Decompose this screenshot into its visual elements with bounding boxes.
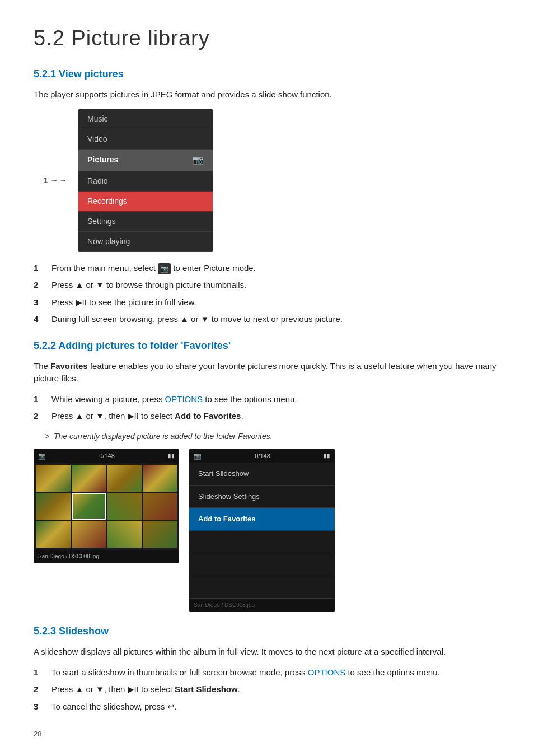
step-521-3: 3 Press ▶II to see the picture in full v…	[34, 296, 500, 309]
thumb-4	[143, 465, 177, 492]
options-menu-panel: Start Slideshow Slideshow Settings Add t…	[189, 463, 335, 599]
thumb-12	[143, 521, 177, 548]
thumb-5	[36, 493, 71, 520]
menu-option-add-favorites: Add to Favorites	[189, 508, 335, 531]
thumb-1	[36, 465, 71, 492]
thumb-11	[107, 521, 142, 548]
menu-option-slideshow-settings: Slideshow Settings	[189, 486, 335, 508]
step-523-3: 3 To cancel the slideshow, press ↩.	[34, 701, 500, 713]
screenshot-header-left: 📷 0/148 ▮▮	[34, 449, 179, 463]
section-521-intro: The player supports pictures in JPEG for…	[34, 88, 500, 101]
cam-icon-left: 📷	[38, 451, 46, 461]
menu-option-empty1	[189, 531, 335, 554]
screenshot-options-menu: 📷 0/148 ▮▮ Start Slideshow Slideshow Set…	[189, 449, 335, 612]
cam-icon-right: 📷	[194, 451, 202, 461]
section-523-steps: 1 To start a slideshow in thumbnails or …	[34, 666, 500, 713]
thumb-7	[107, 493, 142, 520]
counter-left: 0/148	[99, 451, 115, 461]
thumb-8	[143, 493, 177, 520]
section-523-intro: A slideshow displays all pictures within…	[34, 646, 500, 659]
menu-item-music: Music	[78, 109, 213, 129]
main-title: 5.2 Picture library	[34, 22, 500, 54]
thumb-6	[72, 493, 106, 520]
step-521-4: 4 During full screen browsing, press ▲ o…	[34, 313, 500, 326]
section-521-steps: 1 From the main menu, select 📷 to enter …	[34, 262, 500, 326]
step-522-2: 2 Press ▲ or ▼, then ▶II to select Add t…	[34, 410, 500, 423]
step-521-1: 1 From the main menu, select 📷 to enter …	[34, 262, 500, 275]
screenshot-header-right: 📷 0/148 ▮▮	[189, 449, 335, 463]
blockquote-note: > The currently displayed picture is add…	[45, 431, 500, 442]
main-menu-screenshot: Music Video Pictures 📷 Radio Recordings …	[78, 109, 213, 252]
thumb-3	[107, 465, 142, 492]
thumb-2	[72, 465, 106, 492]
step-523-2: 2 Press ▲ or ▼, then ▶II to select Start…	[34, 683, 500, 696]
thumb-9	[36, 521, 71, 548]
menu-item-settings: Settings	[78, 212, 213, 232]
menu-item-recordings: Recordings	[78, 192, 213, 212]
screenshot-footer-right: San Diego / DSC008.jpg	[189, 599, 335, 612]
section-521-heading: 5.2.1 View pictures	[34, 67, 500, 82]
step-522-1: 1 While viewing a picture, press OPTIONS…	[34, 393, 500, 406]
battery-left: ▮▮	[168, 451, 175, 460]
section-522-intro: The Favorites feature enables you to sha…	[34, 360, 500, 385]
screenshot-row: 📷 0/148 ▮▮ San Diego / DSC008.jpg 📷 0/14…	[34, 449, 500, 612]
section-522-heading: 5.2.2 Adding pictures to folder 'Favorit…	[34, 338, 500, 353]
section-523-heading: 5.2.3 Slideshow	[34, 624, 500, 639]
screenshot-footer-left: San Diego / DSC008.jpg	[34, 550, 179, 563]
battery-right: ▮▮	[324, 451, 330, 460]
page-number: 28	[34, 729, 41, 740]
thumb-grid	[34, 463, 179, 550]
step-523-1: 1 To start a slideshow in thumbnails or …	[34, 666, 500, 679]
counter-right: 0/148	[255, 451, 270, 461]
menu-option-empty2	[189, 553, 335, 576]
menu-item-radio: Radio	[78, 171, 213, 192]
menu-option-start-slideshow: Start Slideshow	[189, 463, 335, 486]
menu-item-now-playing: Now playing	[78, 232, 213, 252]
screenshot-thumbnails: 📷 0/148 ▮▮ San Diego / DSC008.jpg	[34, 449, 179, 563]
menu-label-1: 1 →	[44, 175, 67, 186]
menu-item-video: Video	[78, 129, 213, 150]
step-521-2: 2 Press ▲ or ▼ to browse through picture…	[34, 279, 500, 292]
section-522-steps: 1 While viewing a picture, press OPTIONS…	[34, 393, 500, 423]
menu-item-pictures: Pictures 📷	[78, 150, 213, 171]
thumb-10	[72, 521, 106, 548]
menu-option-empty3	[189, 576, 335, 599]
